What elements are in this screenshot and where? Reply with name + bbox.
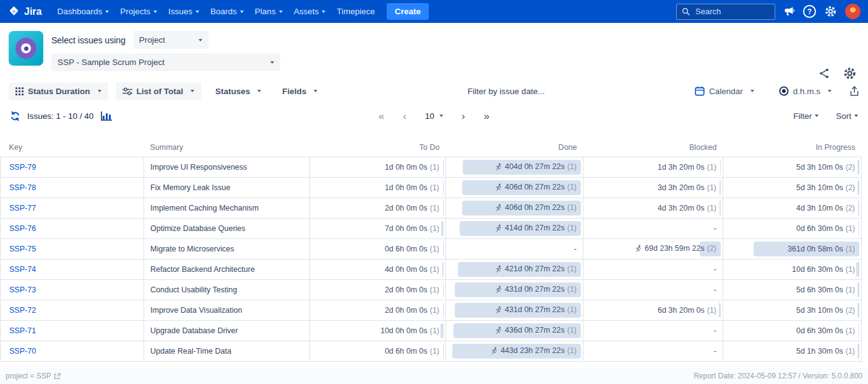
duration-format-label: d.h.m.s (793, 87, 820, 96)
issue-key-link[interactable]: SSP-78 (9, 183, 36, 192)
chevron-down-icon (191, 90, 194, 92)
nav-item-plans[interactable]: Plans (249, 0, 288, 23)
duration-bar (859, 323, 859, 338)
issue-key-link[interactable]: SSP-72 (9, 306, 36, 315)
next-page-button[interactable]: › (462, 111, 465, 121)
chevron-down-icon (828, 90, 831, 92)
duration-format-button[interactable]: d.h.m.s (772, 82, 838, 100)
issue-key-cell: SSP-74 (1, 259, 144, 279)
issue-key-link[interactable]: SSP-71 (9, 326, 36, 335)
chart-view-button[interactable] (100, 111, 113, 121)
issue-source-value: Project (139, 35, 165, 45)
export-button[interactable] (849, 86, 859, 97)
issue-key-link[interactable]: SSP-70 (9, 347, 36, 356)
duration-value: 414d 0h 27m 22s (505, 224, 565, 232)
duration-value: 431d 0h 27m 22s (505, 305, 565, 314)
issue-count: (1) (567, 264, 577, 273)
project-avatar (9, 31, 43, 66)
runner-icon (495, 306, 502, 313)
report-footer: project = SSP Report Date: 2024-05-09 12… (0, 368, 868, 384)
issue-key-cell: SSP-73 (1, 279, 144, 300)
duration-cell: 406d 0h 27m 22s(1) (446, 177, 583, 198)
issue-source-dropdown[interactable]: Project (133, 31, 208, 49)
duration-value: - (714, 286, 716, 294)
nav-item-dashboards[interactable]: Dashboards (51, 0, 114, 23)
duration-cell: - (583, 279, 723, 300)
nav-item-assets[interactable]: Assets (288, 0, 332, 23)
duration-value: 431d 0h 27m 22s (505, 285, 565, 294)
nav-item-projects[interactable]: Projects (114, 0, 163, 23)
table-row: SSP-71Upgrade Database Driver10d 0h 0m 0… (1, 320, 862, 341)
duration-bar (857, 180, 859, 195)
statuses-button[interactable]: Statuses (208, 82, 268, 100)
issue-count: (1) (567, 346, 577, 355)
chevron-down-icon (439, 115, 443, 117)
duration-cell: 5d 3h 10m 0s(2) (723, 300, 862, 320)
sort-dropdown[interactable]: Sort (836, 111, 858, 121)
duration-cell: 2d 0h 0m 0s(1) (310, 300, 446, 320)
statuses-label: Statuses (215, 87, 250, 96)
first-page-button[interactable]: « (379, 111, 384, 121)
calendar-button[interactable]: Calendar (688, 82, 761, 100)
issue-key-cell: SSP-77 (1, 198, 144, 218)
issue-count: (1) (430, 326, 439, 335)
external-link-icon[interactable] (54, 373, 61, 380)
report-settings-button[interactable] (843, 66, 857, 81)
duration-cell: 4d 0h 0m 0s(1) (310, 259, 446, 279)
issue-key-link[interactable]: SSP-79 (9, 163, 36, 172)
chevron-down-icon (196, 11, 199, 13)
issue-key-link[interactable]: SSP-76 (9, 224, 36, 233)
issue-count: (1) (567, 183, 577, 191)
table-row: SSP-70Update Real-Time Data0d 6h 0m 0s(1… (1, 341, 862, 361)
chevron-down-icon (270, 61, 274, 64)
issue-key-link[interactable]: SSP-74 (9, 265, 36, 274)
issue-summary: Refactor Backend Architecture (144, 259, 310, 279)
runner-icon (495, 286, 502, 293)
issue-key-link[interactable]: SSP-77 (9, 204, 36, 212)
issue-key-link[interactable]: SSP-73 (9, 286, 36, 294)
issue-count: (1) (707, 183, 716, 192)
report-type-button[interactable]: Status Duration (9, 82, 108, 100)
nav-item-label: Plans (255, 7, 276, 16)
duration-cell: 4d 3h 20m 0s(1) (583, 198, 723, 218)
issue-count: (1) (846, 224, 855, 233)
view-mode-button[interactable]: List of Total (116, 82, 202, 100)
nav-item-issues[interactable]: Issues (163, 0, 205, 23)
last-page-button[interactable]: » (484, 111, 489, 121)
duration-value: 1d 0h 0m 0s (385, 163, 428, 172)
share-button[interactable] (819, 68, 830, 79)
duration-value: 4d 3h 10m 0s (796, 204, 843, 212)
issue-key-link[interactable]: SSP-75 (9, 245, 36, 253)
column-header: Summary (144, 138, 310, 157)
issue-summary: Implement Caching Mechanism (144, 198, 310, 218)
duration-bar (857, 160, 859, 175)
nav-item-timepiece[interactable]: Timepiece (331, 0, 380, 23)
filter-dropdown[interactable]: Filter (793, 111, 819, 121)
fields-button[interactable]: Fields (275, 82, 324, 100)
nav-item-boards[interactable]: Boards (205, 0, 249, 23)
date-filter-input[interactable]: Filter by issue date... (468, 87, 545, 96)
project-dropdown[interactable]: SSP - Sample Scrum Project (51, 53, 280, 71)
duration-cell: 1d 3h 20m 0s(1) (583, 157, 723, 177)
issue-key-cell: SSP-75 (1, 238, 144, 259)
duration-bar (719, 303, 721, 318)
duration-cell: 6d 3h 20m 0s(1) (583, 300, 723, 320)
issue-count: (1) (707, 306, 716, 315)
search-input[interactable] (694, 6, 762, 17)
settings-button[interactable] (824, 5, 837, 18)
duration-value: 1d 3h 20m 0s (658, 163, 705, 172)
page-size-dropdown[interactable]: 10 (425, 111, 443, 121)
issue-count: (1) (567, 162, 577, 171)
announcements-button[interactable] (783, 6, 795, 17)
create-button[interactable]: Create (387, 3, 429, 20)
issue-count: (2) (846, 163, 855, 172)
global-search[interactable] (676, 4, 775, 20)
prev-page-button[interactable]: ‹ (403, 111, 406, 121)
user-avatar[interactable] (845, 4, 861, 19)
duration-cell: 2d 0h 0m 0s(1) (310, 198, 446, 218)
help-button[interactable]: ? (803, 5, 816, 18)
duration-bar (440, 323, 444, 338)
jira-logo[interactable]: Jira (7, 5, 41, 18)
issue-count: (2) (707, 244, 716, 253)
refresh-button[interactable] (10, 111, 20, 121)
